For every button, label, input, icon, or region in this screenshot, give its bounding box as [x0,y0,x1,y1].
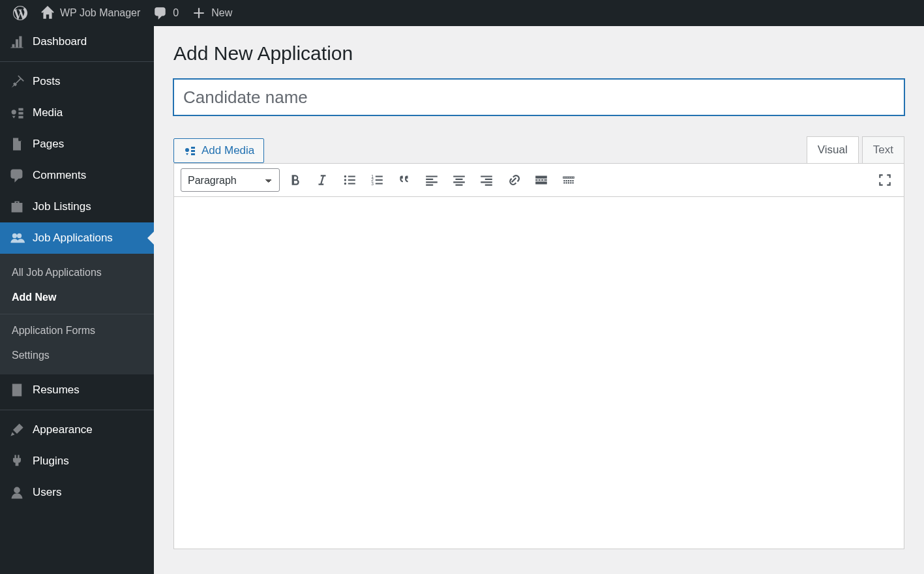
site-link[interactable]: WP Job Manager [34,0,147,26]
svg-rect-24 [566,182,567,183]
svg-rect-18 [563,180,565,181]
sidebar-item-comments[interactable]: Comments [0,160,154,191]
brush-icon [9,422,25,438]
submenu-item-settings[interactable]: Settings [0,343,154,368]
svg-rect-20 [568,180,569,181]
sidebar-item-label: Job Listings [33,200,91,213]
sidebar-item-label: Media [33,106,63,119]
new-label: New [211,7,232,19]
user-icon [9,485,25,500]
add-media-button[interactable]: Add Media [173,138,264,163]
sidebar-item-label: Appearance [33,423,93,436]
format-select[interactable]: Paragraph [181,168,280,192]
document-icon [9,382,25,398]
pin-icon [9,74,25,89]
sidebar-item-dashboard[interactable]: Dashboard [0,26,154,57]
submenu-item-all-applications[interactable]: All Job Applications [0,260,154,285]
tab-visual[interactable]: Visual [807,136,859,163]
site-title: WP Job Manager [60,7,140,19]
sidebar-item-pages[interactable]: Pages [0,128,154,160]
page-icon [9,136,25,152]
dashboard-icon [9,34,25,50]
svg-rect-27 [573,182,574,183]
svg-rect-14 [567,177,569,178]
tab-text[interactable]: Text [862,136,904,163]
svg-rect-23 [563,182,565,183]
page-title: Add New Application [173,42,904,65]
briefcase-icon [9,199,25,215]
sidebar-item-label: Pages [33,138,64,151]
media-icon [9,105,25,121]
comments-link[interactable]: 0 [147,0,185,26]
sidebar-item-appearance[interactable]: Appearance [0,414,154,446]
svg-rect-12 [563,177,565,178]
sidebar-item-users[interactable]: Users [0,477,154,508]
fullscreen-button[interactable] [872,168,897,192]
users-icon [9,230,25,246]
svg-rect-15 [569,177,571,178]
home-icon [40,6,55,20]
svg-rect-19 [566,180,567,181]
read-more-button[interactable] [529,168,554,192]
plug-icon [9,453,25,469]
sidebar-item-label: Users [33,486,61,499]
comment-icon [9,168,25,183]
bullet-list-button[interactable] [337,168,362,192]
bold-button[interactable] [282,168,307,192]
italic-button[interactable] [310,168,335,192]
numbered-list-button[interactable]: 123 [365,168,389,192]
toolbar-toggle-button[interactable] [556,168,581,192]
submenu-item-add-new[interactable]: Add New [0,285,154,310]
sidebar-item-label: Job Applications [33,232,113,245]
sidebar-item-label: Resumes [33,384,80,397]
svg-rect-21 [570,180,571,181]
sidebar-item-resumes[interactable]: Resumes [0,374,154,406]
svg-point-3 [14,487,20,494]
svg-point-6 [344,179,346,181]
svg-rect-26 [570,182,571,183]
svg-rect-13 [565,177,567,178]
svg-point-1 [12,234,17,238]
svg-rect-22 [573,180,574,181]
svg-point-4 [185,148,189,152]
svg-point-7 [344,183,346,185]
svg-rect-17 [573,177,574,178]
svg-rect-16 [571,177,572,178]
editor-content[interactable] [173,197,904,549]
blockquote-button[interactable] [392,168,417,192]
add-media-label: Add Media [201,144,254,157]
new-content-link[interactable]: New [185,0,239,26]
page-content: Add New Application Add Media Visual Tex… [154,26,924,574]
align-left-button[interactable] [419,168,444,192]
submenu-item-application-forms[interactable]: Application Forms [0,318,154,343]
wp-logo[interactable] [7,0,34,26]
svg-point-2 [17,234,22,238]
sidebar-submenu: All Job Applications Add New Application… [0,254,154,374]
admin-sidebar: Dashboard Posts Media Pages Comments Job… [0,26,154,574]
svg-point-0 [12,110,16,114]
sidebar-item-label: Posts [33,75,61,88]
sidebar-item-media[interactable]: Media [0,97,154,128]
admin-toolbar: WP Job Manager 0 New [0,0,924,26]
sidebar-item-label: Plugins [33,455,69,468]
svg-point-5 [344,175,346,177]
align-center-button[interactable] [447,168,471,192]
svg-text:3: 3 [371,181,374,186]
sidebar-item-label: Dashboard [33,35,87,48]
sidebar-item-label: Comments [33,169,86,182]
sidebar-item-posts[interactable]: Posts [0,66,154,97]
svg-rect-25 [568,182,569,183]
plus-icon [192,6,206,20]
comments-count: 0 [173,7,179,19]
sidebar-item-plugins[interactable]: Plugins [0,446,154,477]
comment-icon [153,6,168,20]
editor-toolbar: Paragraph 123 [173,163,904,197]
candidate-name-input[interactable] [173,79,904,115]
sidebar-item-job-applications[interactable]: Job Applications [0,222,154,254]
align-right-button[interactable] [474,168,499,192]
sidebar-item-job-listings[interactable]: Job Listings [0,191,154,222]
link-button[interactable] [501,168,526,192]
wordpress-icon [13,6,27,20]
media-icon [183,144,196,157]
